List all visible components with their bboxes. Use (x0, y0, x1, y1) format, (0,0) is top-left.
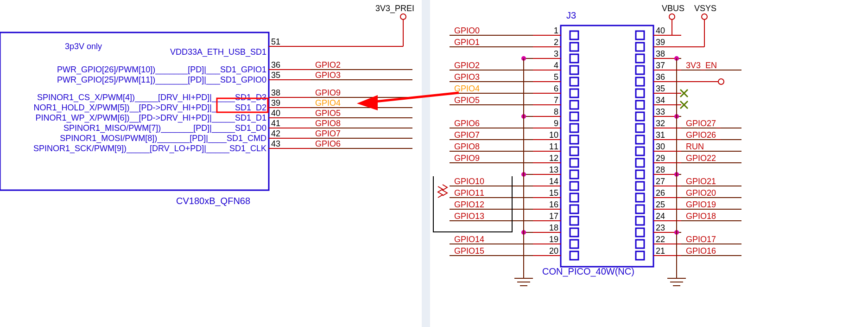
pad (636, 205, 644, 213)
pad (570, 124, 578, 132)
pinnum: 39 (656, 38, 665, 47)
pad (636, 193, 644, 202)
pad (636, 66, 644, 74)
netlabel: GPIO11 (454, 188, 484, 198)
pad (570, 182, 578, 190)
netlabel: GPIO9 (454, 154, 480, 163)
gnd-right (667, 260, 686, 286)
pinnum: 12 (549, 154, 558, 163)
pinnum: 22 (656, 235, 665, 244)
pad (570, 193, 578, 202)
pinnum: 5 (554, 72, 558, 82)
pinnum: 32 (656, 119, 665, 128)
pad (570, 251, 578, 260)
left-partname: CV180xB_QFN68 (176, 196, 250, 206)
pinnum: 41 (271, 119, 280, 128)
netlabel: GPIO20 (686, 188, 716, 198)
pad (636, 77, 644, 86)
netlabel: GPIO17 (686, 235, 716, 244)
pad (636, 101, 644, 109)
netlabel: GPIO2 (315, 60, 341, 70)
pad (570, 101, 578, 109)
pad (570, 31, 578, 39)
left-title: 3p3V only (65, 42, 102, 51)
netlabel: GPIO1 (454, 38, 480, 47)
netlabel: GPIO12 (454, 200, 484, 209)
netlabel: GPIO13 (454, 212, 484, 221)
pad (570, 66, 578, 74)
pinnum: 33 (656, 107, 665, 116)
pinnum: 13 (549, 165, 558, 174)
pad (636, 135, 644, 144)
pad (570, 217, 578, 225)
vbus-label: VBUS (662, 4, 684, 13)
pad (570, 159, 578, 167)
right-component: J3 CON_PICO_40W(NC) 1GPIO02GPIO134GPIO25… (433, 4, 741, 286)
netlabel: GPIO6 (315, 139, 341, 148)
pinnum: 35 (271, 71, 280, 80)
pinnum: 29 (656, 154, 665, 163)
pinnum: 3 (554, 49, 558, 58)
pad (636, 240, 644, 248)
pinnum: 43 (271, 139, 280, 148)
pad (636, 89, 644, 97)
pad (636, 159, 644, 167)
netlabel: GPIO7 (315, 129, 341, 138)
netlabel: GPIO7 (454, 130, 480, 140)
pinnum: 7 (554, 96, 558, 105)
pad (636, 170, 644, 179)
netlabel: GPIO5 (315, 109, 341, 118)
pinnum: 6 (554, 84, 558, 93)
pad (636, 112, 644, 121)
pad (636, 182, 644, 190)
pinnum: 16 (549, 200, 558, 209)
netlabel: GPIO10 (454, 177, 484, 186)
netlabel: GPIO18 (686, 212, 716, 221)
pinnum: 30 (656, 142, 665, 151)
pad (570, 89, 578, 97)
j3-partname: CON_PICO_40W(NC) (542, 266, 634, 277)
netlabel: GPIO9 (315, 88, 341, 97)
pad (570, 112, 578, 121)
pinfunc: NOR1_HOLD_X/PWM[5])__[PD->DRV_HI+PD]|___… (33, 103, 266, 113)
netlabel: GPIO3 (315, 71, 341, 80)
pinfunc: SPINOR1_MISO/PWM[7])_______[PD]|_____SD1… (63, 123, 266, 133)
netlabel: GPIO5 (454, 96, 480, 105)
pad (570, 205, 578, 213)
j3-refdes: J3 (566, 10, 576, 20)
page-divider (422, 0, 430, 327)
netlabel: GPIO14 (454, 235, 484, 244)
pad (636, 217, 644, 225)
pinnum: 15 (549, 188, 558, 198)
pad (570, 228, 578, 237)
vdd-power-icon (400, 14, 406, 19)
j3-box (561, 26, 653, 267)
vsys-power-icon (702, 14, 707, 19)
netlabel: GPIO15 (454, 246, 484, 256)
pinnum: 25 (656, 200, 665, 209)
pinnum: 1 (554, 26, 558, 35)
netlabel: GPIO16 (686, 246, 716, 256)
pinfunc: PWR_GPIO[26]/PWM[10])_______[PD]|___SD1_… (57, 65, 266, 75)
pinnum: 28 (656, 165, 665, 174)
pinnum: 40 (656, 26, 665, 35)
netlabel: GPIO6 (454, 119, 480, 128)
vdd-func: VDD33A_ETH_USB_SD1 (170, 47, 266, 57)
pinnum: 10 (549, 130, 558, 140)
pinnum: 11 (549, 142, 558, 151)
pinnum: 36 (656, 72, 665, 82)
netlabel: GPIO3 (454, 72, 480, 82)
vdd-power-label: 3V3_PREI (375, 4, 414, 13)
bus-break (438, 185, 447, 198)
pinnum: 21 (656, 246, 665, 256)
vbus-power: VBUS (662, 4, 684, 35)
vsys-label: VSYS (694, 4, 716, 13)
pinnum: 19 (549, 235, 558, 244)
pad (570, 135, 578, 144)
netlabel: RUN (686, 142, 704, 151)
pinfunc: SPINOR1_SCK/PWM[9])_____[DRV_LO+PD]|____… (33, 144, 266, 154)
pinnum: 27 (656, 177, 665, 186)
gnd-left (514, 260, 533, 286)
pinnum: 23 (656, 223, 665, 232)
left-component: 3p3V only CV180xB_QFN68 VDD33A_ETH_USB_S… (0, 4, 414, 206)
